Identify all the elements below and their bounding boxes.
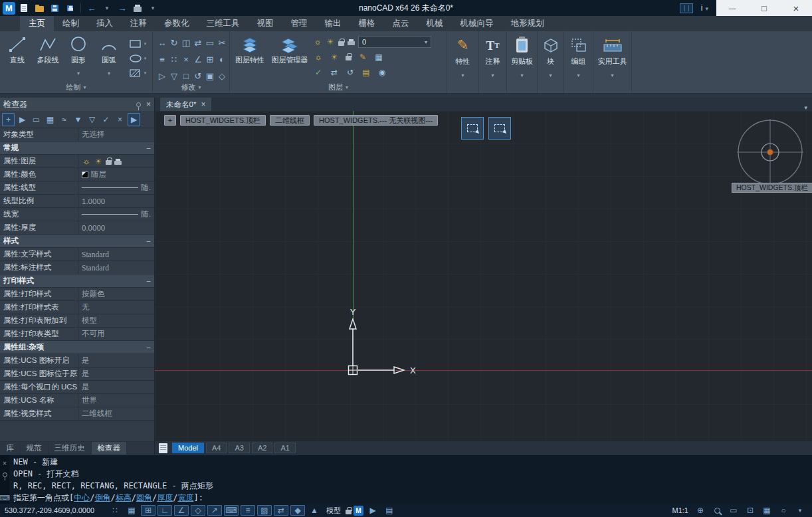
close-document-icon[interactable] bbox=[201, 100, 205, 109]
hatch-tool-button[interactable] bbox=[126, 66, 150, 79]
property-value[interactable]: 是 bbox=[82, 369, 90, 379]
property-value[interactable]: 无选择 bbox=[82, 130, 105, 140]
property-value[interactable]: 随. bbox=[141, 183, 151, 193]
close-button[interactable] bbox=[780, 0, 812, 16]
tool-arc[interactable]: 圆弧 bbox=[94, 33, 124, 83]
property-row[interactable]: 属性:打印表类型 不可用 bbox=[0, 328, 154, 341]
property-row[interactable]: 属性:线型 随. bbox=[0, 181, 154, 195]
property-row[interactable]: 属性:标注样式 Standard bbox=[0, 261, 154, 274]
tab-library[interactable]: 库 bbox=[0, 442, 21, 455]
workspace-icon[interactable] bbox=[680, 3, 693, 13]
layout-tab-a3[interactable]: A3 bbox=[229, 443, 249, 453]
pick-mode-icon[interactable] bbox=[128, 113, 140, 126]
property-row[interactable]: 属性:UCS 图标位于原点 是 bbox=[0, 367, 154, 381]
command-history[interactable]: NEW - 新建 OPEN - 打开文档 R, REC, RECT, RECTA… bbox=[9, 455, 812, 504]
annotation-scale-display[interactable]: M1:1 bbox=[670, 506, 691, 514]
property-row[interactable]: 属性:图层 bbox=[0, 155, 154, 168]
property-row[interactable]: 属性:打印样式 按颜色 bbox=[0, 288, 154, 301]
dynamic-input-icon[interactable] bbox=[224, 505, 239, 516]
chevron-down-icon[interactable] bbox=[611, 68, 613, 80]
property-value[interactable]: Standard bbox=[82, 251, 109, 258]
viewport-plus-button[interactable]: + bbox=[164, 115, 176, 126]
property-row[interactable]: 线型比例 1.0000 bbox=[0, 195, 154, 208]
lineweight-display-icon[interactable] bbox=[241, 505, 255, 516]
snap-grid-icon[interactable] bbox=[124, 505, 139, 516]
property-row[interactable]: 属性:颜色 随层 bbox=[0, 168, 154, 181]
command-prompt[interactable]: 指定第一角点或[中心/倒角/标高/圆角/厚度/宽度]: bbox=[13, 492, 808, 504]
close-panel-icon[interactable] bbox=[146, 100, 151, 109]
zoom-window-icon[interactable] bbox=[726, 505, 741, 516]
ribbon-group-properties[interactable]: 特性 bbox=[447, 31, 479, 93]
rotate-icon[interactable] bbox=[168, 35, 180, 51]
ribbon-tab-home[interactable]: 主页 bbox=[20, 16, 54, 31]
break-icon[interactable] bbox=[216, 51, 228, 68]
ribbon-tab-draw[interactable]: 绘制 bbox=[54, 16, 88, 31]
close-icon[interactable] bbox=[3, 457, 7, 469]
color-swatch[interactable] bbox=[82, 171, 88, 178]
layer-set-current-icon[interactable] bbox=[314, 68, 323, 77]
new-file-icon[interactable] bbox=[17, 1, 31, 15]
property-row[interactable]: 属性:视觉样式 二维线框 bbox=[0, 407, 154, 421]
selection-cycling-icon[interactable] bbox=[274, 505, 288, 516]
sheet-icon[interactable] bbox=[159, 443, 167, 453]
section-header-styles[interactable]: 样式 bbox=[0, 235, 154, 248]
ribbon-tab-mechanical[interactable]: 机械 bbox=[418, 16, 452, 31]
undo-dropdown-icon[interactable] bbox=[100, 1, 114, 15]
property-value[interactable]: 二维线框 bbox=[82, 409, 112, 419]
current-layer-combo[interactable]: 0 bbox=[358, 36, 431, 48]
grid-display-icon[interactable] bbox=[108, 505, 122, 516]
collapse-icon[interactable] bbox=[146, 237, 151, 245]
move-icon[interactable] bbox=[156, 35, 168, 51]
maximize-button[interactable] bbox=[748, 0, 780, 16]
layer-edit-icon[interactable] bbox=[358, 52, 367, 62]
object-snap-tracking-icon[interactable] bbox=[207, 505, 222, 516]
save-icon[interactable] bbox=[48, 1, 61, 15]
erase-icon[interactable] bbox=[180, 51, 192, 68]
layer-previous-icon[interactable] bbox=[346, 68, 355, 77]
layer-lock-icon[interactable] bbox=[338, 41, 344, 46]
explode-icon[interactable] bbox=[204, 51, 216, 68]
pin-icon[interactable] bbox=[136, 102, 141, 107]
property-row[interactable]: 线宽 随. bbox=[0, 208, 154, 221]
property-value[interactable]: 是 bbox=[82, 356, 90, 365]
navigation-wheel[interactable] bbox=[730, 112, 810, 192]
stretch-icon[interactable] bbox=[204, 35, 216, 51]
save-all-icon[interactable] bbox=[63, 1, 76, 15]
clear-selection-icon[interactable] bbox=[114, 113, 126, 126]
3d-object-snap-icon[interactable] bbox=[290, 505, 305, 516]
layer-manager-button[interactable]: 图层管理器 bbox=[268, 33, 312, 83]
tool-circle[interactable]: 圆形 bbox=[63, 33, 94, 83]
offset-icon[interactable] bbox=[192, 35, 204, 51]
property-value[interactable]: 按颜色 bbox=[82, 289, 105, 299]
filter-icon[interactable] bbox=[72, 113, 84, 126]
prompt-option[interactable]: 倒角 bbox=[94, 493, 110, 502]
ribbon-group-block[interactable]: 块 bbox=[538, 31, 564, 93]
property-row[interactable]: 属性:UCS 图标开启 是 bbox=[0, 354, 154, 367]
collapse-icon[interactable] bbox=[146, 344, 151, 352]
property-value[interactable]: 模型 bbox=[82, 316, 97, 326]
pointer-icon[interactable] bbox=[16, 113, 29, 126]
minimize-button[interactable] bbox=[716, 0, 748, 16]
layer-hatch-icon[interactable] bbox=[374, 52, 383, 62]
layout-tab-a1[interactable]: A1 bbox=[274, 443, 295, 453]
space-indicator[interactable]: 模型 bbox=[324, 506, 344, 516]
layer-properties-button[interactable]: 图层特性 bbox=[232, 33, 268, 83]
array-rect-icon[interactable] bbox=[168, 51, 180, 68]
group-label-layers[interactable]: 图层 bbox=[230, 82, 447, 92]
tool-line[interactable]: 直线 bbox=[2, 33, 33, 83]
drawing-canvas[interactable]: X Y + HOST_WIDGETS.顶栏 二维线框 HOST_WIDGETS.… bbox=[155, 111, 812, 441]
layer-freeze-icon[interactable] bbox=[326, 37, 335, 47]
window-selection-icon[interactable] bbox=[461, 117, 484, 140]
object-snap-icon[interactable] bbox=[191, 505, 205, 516]
polar-tracking-icon[interactable] bbox=[174, 505, 189, 516]
chamfer-icon[interactable] bbox=[192, 51, 204, 68]
zoom-icon[interactable] bbox=[710, 505, 724, 516]
layer-match-icon[interactable] bbox=[330, 68, 339, 77]
layer-thaw-icon[interactable] bbox=[330, 52, 339, 62]
view-link-button[interactable]: HOST_WIDGETS.--- 无关联视图--- bbox=[314, 115, 438, 126]
quick-filter-icon[interactable] bbox=[86, 113, 98, 126]
ortho-mode-icon[interactable] bbox=[157, 505, 172, 516]
layout-tab-a4[interactable]: A4 bbox=[206, 443, 227, 453]
crossing-select-icon[interactable] bbox=[44, 113, 56, 126]
undo-icon[interactable] bbox=[85, 1, 98, 15]
